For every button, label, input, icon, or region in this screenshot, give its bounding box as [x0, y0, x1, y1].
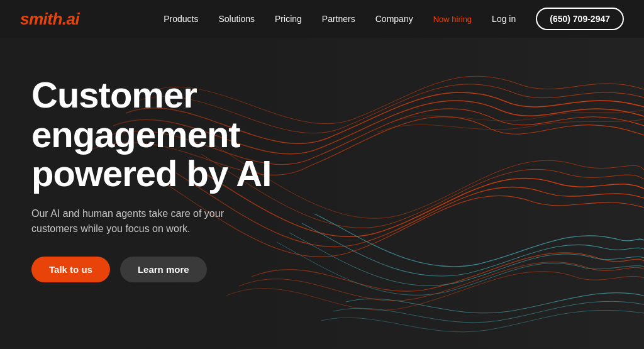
main-nav: Products Solutions Pricing Partners Comp… — [164, 8, 624, 30]
nav-login[interactable]: Log in — [492, 14, 516, 24]
nav-company[interactable]: Company — [375, 14, 413, 24]
phone-button[interactable]: (650) 709-2947 — [536, 8, 624, 30]
nav-solutions[interactable]: Solutions — [218, 14, 255, 24]
hero-title: Customer engagement powered by AI — [31, 75, 296, 194]
nav-hiring[interactable]: Now hiring — [433, 14, 472, 24]
site-header: smith.ai Products Solutions Pricing Part… — [0, 0, 644, 38]
talk-to-us-button[interactable]: Talk to us — [31, 257, 110, 282]
hero-content: Customer engagement powered by AI Our AI… — [31, 75, 296, 282]
nav-products[interactable]: Products — [164, 14, 198, 24]
site-logo[interactable]: smith.ai — [20, 9, 79, 29]
nav-pricing[interactable]: Pricing — [275, 14, 302, 24]
learn-more-button[interactable]: Learn more — [120, 257, 207, 282]
hero-section: Customer engagement powered by AI Our AI… — [0, 38, 644, 349]
cta-buttons: Talk to us Learn more — [31, 257, 296, 282]
hero-subtitle: Our AI and human agents take care of you… — [31, 206, 233, 236]
nav-partners[interactable]: Partners — [322, 14, 355, 24]
